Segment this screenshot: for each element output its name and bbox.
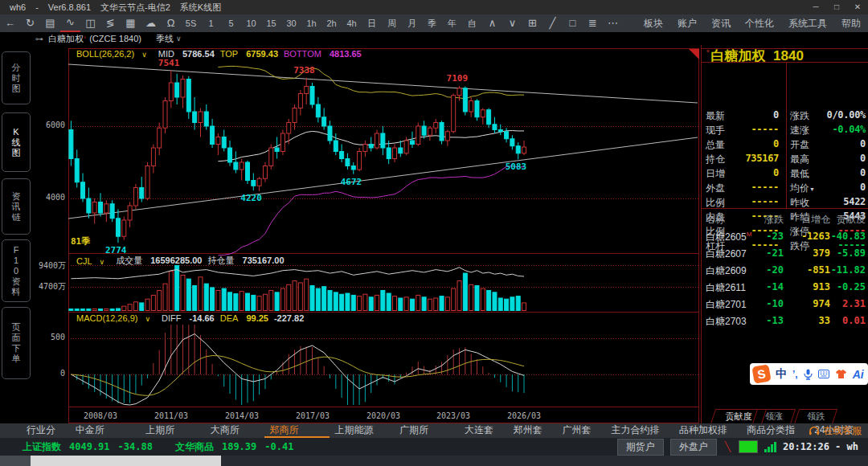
period-button-5[interactable]: 5 bbox=[221, 18, 241, 28]
table-row[interactable]: 白糖2701-109742.31 bbox=[702, 298, 868, 314]
refresh-icon[interactable]: ↻ bbox=[20, 15, 40, 31]
tab-大商所DCE[interactable]: 大商所DCE bbox=[205, 423, 264, 438]
panel-tab-领涨[interactable]: 领涨 bbox=[752, 409, 796, 424]
table-row[interactable]: 白糖2607-21379-5.89 bbox=[702, 247, 868, 264]
quote-label: 开盘 bbox=[790, 138, 809, 152]
menu-系统工具[interactable]: 系统工具 bbox=[781, 17, 834, 31]
line-tool-icon[interactable]: ╱ bbox=[542, 15, 563, 31]
tab-上期能源INE[interactable]: 上期能源INE bbox=[330, 423, 394, 438]
add-pane-icon[interactable]: ⊞ bbox=[522, 15, 542, 31]
symbol-name[interactable]: 白糖加权 bbox=[48, 33, 84, 45]
headset-icon bbox=[809, 426, 820, 436]
column-header[interactable]: 日增仓 bbox=[792, 213, 830, 227]
tab-郑商所CZCE[interactable]: 郑商所CZCE bbox=[264, 423, 330, 438]
cjl-header[interactable]: CJL∨ 成交量 16596285.00 持仓量 735167.00 bbox=[76, 255, 290, 267]
sidebar-item-F10资料[interactable]: F10资料 bbox=[2, 239, 31, 302]
menu-个性化[interactable]: 个性化 bbox=[738, 17, 781, 31]
period-button-5S[interactable]: 5S bbox=[181, 18, 201, 28]
sidebar-item-页面下单[interactable]: 页面下单 bbox=[2, 307, 31, 379]
index1-label[interactable]: 上证指数 bbox=[23, 440, 61, 454]
ime-lang-toggle[interactable]: 中 bbox=[776, 367, 787, 382]
boll-header[interactable]: BOLL(26,26,2)∨ MID 5786.54 TOP 6759.43 B… bbox=[76, 49, 367, 59]
alert-bell-icon[interactable]: Ω bbox=[161, 15, 181, 31]
tab-中金所CFFEX[interactable]: 中金所CFFEX bbox=[70, 423, 141, 438]
period-button-年[interactable]: 年 bbox=[442, 18, 462, 30]
period-selector[interactable]: 季线 bbox=[156, 33, 174, 45]
macd-header[interactable]: MACD(12,26,9)∨ DIFF -14.66 DEA 99.25 -22… bbox=[76, 313, 309, 323]
index2-label[interactable]: 文华商品 bbox=[175, 440, 214, 454]
table-row[interactable]: 白糖2609-20-851-11.82 bbox=[702, 264, 868, 280]
table-row[interactable]: 白糖2605M-23-1263-40.83 bbox=[702, 231, 868, 247]
tab-大连套利[interactable]: 大连套利 bbox=[459, 423, 508, 438]
minute-line-icon[interactable]: ∿ bbox=[60, 14, 80, 32]
period-button-自[interactable]: 自 bbox=[462, 18, 482, 30]
menu-帮助[interactable]: 帮助 bbox=[834, 17, 868, 31]
collapse-icon[interactable]: ∧ bbox=[482, 15, 502, 31]
change-value: -21 bbox=[751, 247, 784, 259]
table-row[interactable]: 白糖2703-13330.01 bbox=[702, 315, 868, 331]
back-icon[interactable]: ← bbox=[0, 15, 20, 31]
futures-account-button[interactable]: 期货户 bbox=[617, 439, 664, 456]
tab-郑州套利[interactable]: 郑州套利 bbox=[508, 423, 557, 438]
tab-广期所GFEX[interactable]: 广期所GFEX bbox=[394, 423, 459, 438]
menu-资讯[interactable]: 资讯 bbox=[704, 17, 738, 31]
kline-chart[interactable] bbox=[32, 45, 701, 423]
period-button-15[interactable]: 15 bbox=[261, 18, 281, 28]
ime-punct-toggle[interactable]: ’, bbox=[792, 369, 798, 380]
period-button-4h[interactable]: 4h bbox=[342, 18, 362, 28]
period-button-月[interactable]: 月 bbox=[402, 18, 422, 30]
skin-icon[interactable] bbox=[835, 369, 847, 379]
keyboard-icon[interactable] bbox=[818, 370, 829, 378]
tab-上期所SHFE[interactable]: 上期所SHFE bbox=[140, 423, 204, 438]
mic-icon[interactable] bbox=[804, 369, 813, 380]
tab-广州套利[interactable]: 广州套利 bbox=[557, 423, 606, 438]
ai-assistant-icon[interactable]: Ai bbox=[853, 368, 864, 381]
expand-icon[interactable]: ∨ bbox=[502, 15, 522, 31]
notes-icon[interactable]: ≣ bbox=[583, 15, 603, 31]
sidebar-item-K线图[interactable]: K线图 bbox=[2, 112, 31, 172]
period-button-1h[interactable]: 1h bbox=[301, 18, 321, 28]
tab-品种加权排名[interactable]: 品种加权排名 bbox=[674, 423, 741, 438]
period-button-10[interactable]: 10 bbox=[241, 18, 261, 28]
sidebar-item-资讯链[interactable]: 资讯链 bbox=[2, 178, 31, 235]
close-button[interactable]: ✕ bbox=[847, 0, 868, 14]
external-account-button[interactable]: 外盘户 bbox=[670, 439, 717, 456]
quote-label: 外盘 bbox=[706, 182, 725, 195]
period-button-季[interactable]: 季 bbox=[422, 18, 442, 30]
period-button-日[interactable]: 日 bbox=[362, 18, 382, 30]
screen-indicator-icon[interactable] bbox=[739, 440, 758, 453]
cloud-icon[interactable]: ☁ bbox=[141, 15, 161, 31]
maximize-button[interactable]: □ bbox=[826, 0, 847, 14]
panel-tab-领跌[interactable]: 领跌 bbox=[794, 409, 837, 424]
quote-list-icon[interactable]: ▤ bbox=[40, 15, 60, 31]
menu-账户[interactable]: 账户 bbox=[670, 17, 704, 31]
period-button-周[interactable]: 周 bbox=[382, 18, 402, 30]
menu-板块[interactable]: 板块 bbox=[637, 17, 670, 31]
chevron-down-icon[interactable]: ∨ bbox=[176, 35, 182, 43]
rect-tool-icon[interactable]: □ bbox=[563, 15, 583, 31]
online-service[interactable]: 在线客服 bbox=[809, 423, 862, 438]
tab-商品分类指数[interactable]: 商品分类指数 bbox=[741, 423, 809, 438]
collapse-triangle-icon[interactable] bbox=[689, 49, 699, 59]
column-header[interactable]: 贡献度 bbox=[829, 213, 866, 227]
kline-icon[interactable]: ◫ bbox=[80, 15, 100, 31]
more-icon[interactable]: ⋯ bbox=[603, 15, 623, 31]
sidebar-item-分时图[interactable]: 分时图 bbox=[2, 51, 31, 104]
draw-board-icon[interactable]: ▦ bbox=[121, 15, 141, 31]
period-button-2h[interactable]: 2h bbox=[321, 18, 342, 28]
quote-value: 0 bbox=[729, 138, 779, 149]
status-bar: 上证指数 4049.91 -34.88 文华商品 189.39 -0.41 期货… bbox=[0, 438, 868, 456]
x-axis-label: 2017/03 bbox=[293, 411, 333, 420]
period-button-1[interactable]: 1 bbox=[201, 18, 221, 28]
tab-行业分类[interactable]: 行业分类 bbox=[21, 423, 70, 438]
indicator-icon[interactable]: ≶ bbox=[100, 15, 121, 31]
ime-toolbar[interactable]: S 中 ’, Ai bbox=[750, 363, 868, 385]
minimize-button[interactable]: ─ bbox=[805, 0, 826, 14]
column-header[interactable]: 名称 bbox=[706, 213, 738, 227]
link-icon[interactable]: ⊶ bbox=[35, 35, 43, 43]
tab-主力合约排名[interactable]: 主力合约排名 bbox=[605, 423, 673, 438]
period-button-30[interactable]: 30 bbox=[281, 18, 301, 28]
column-header[interactable]: 涨跌 bbox=[751, 213, 784, 227]
sogou-logo-icon[interactable]: S bbox=[751, 364, 771, 383]
table-row[interactable]: 白糖2611-14913-0.25 bbox=[702, 281, 868, 297]
